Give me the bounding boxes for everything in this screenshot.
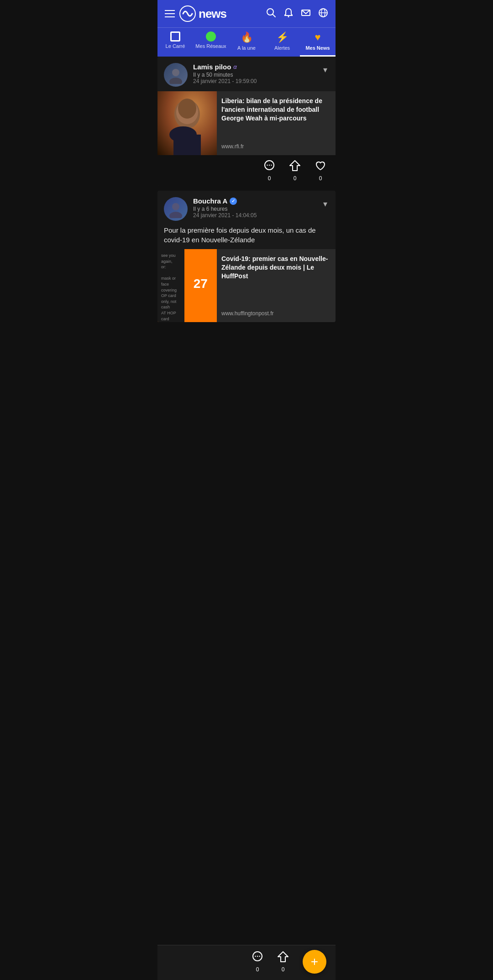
post-author: Lamis piloo α	[193, 63, 257, 71]
news-link-title: Liberia: bilan de la présidence de l'anc…	[221, 97, 331, 123]
like-count: 0	[319, 175, 322, 182]
header: news	[157, 0, 336, 27]
tab-le-carre[interactable]: Le Carré	[157, 28, 193, 57]
fire-icon: 🔥	[241, 31, 253, 43]
share-icon	[289, 160, 301, 174]
header-right	[266, 8, 328, 20]
post-date: 24 janvier 2021 - 14:04:05	[193, 212, 257, 219]
news-link-content: Covid-19: premier cas en Nouvelle-Zéland…	[217, 249, 336, 322]
post-author: Bouchra A ✓	[193, 197, 257, 205]
news-link-card[interactable]: see you again,or:mask or face coveringOP…	[157, 249, 336, 322]
tab-a-la-une[interactable]: 🔥 A la une	[229, 28, 264, 57]
heart-icon: ♥	[315, 31, 320, 43]
logo: news	[179, 5, 226, 22]
feed: Lamis piloo α Il y a 50 minutes 24 janvi…	[157, 57, 336, 363]
svg-marker-19	[290, 161, 300, 171]
svg-point-3	[288, 16, 289, 17]
like-action[interactable]: 0	[315, 160, 326, 182]
post-menu-button[interactable]: ▾	[321, 63, 329, 77]
news-link-source: www.rfi.fr	[221, 143, 331, 150]
svg-point-9	[169, 78, 182, 84]
post-meta: Bouchra A ✓ Il y a 6 heures 24 janvier 2…	[193, 197, 257, 219]
like-icon	[315, 160, 326, 174]
post-header: Bouchra A ✓ Il y a 6 heures 24 janvier 2…	[157, 191, 336, 225]
notification-icon[interactable]	[283, 8, 294, 20]
comment-icon	[263, 160, 275, 174]
svg-point-8	[172, 69, 179, 76]
svg-point-17	[269, 165, 270, 166]
news-link-image: see you again,or:mask or face coveringOP…	[157, 249, 217, 322]
george-weah-image	[157, 91, 217, 155]
avatar	[164, 197, 188, 221]
svg-point-16	[267, 165, 267, 166]
tab-mes-reseaux[interactable]: Mes Réseaux	[193, 28, 229, 57]
globe-icon[interactable]	[318, 8, 328, 20]
author-alpha-badge: α	[233, 63, 236, 70]
post-header-left: Lamis piloo α Il y a 50 minutes 24 janvi…	[164, 63, 257, 87]
post-time: Il y a 6 heures	[193, 206, 257, 212]
nz-image: see you again,or:mask or face coveringOP…	[157, 249, 217, 322]
post-menu-button[interactable]: ▾	[321, 197, 329, 211]
post-header: Lamis piloo α Il y a 50 minutes 24 janvi…	[157, 57, 336, 91]
post-text: Pour la première fois depuis deux mois, …	[157, 225, 336, 249]
svg-point-18	[271, 165, 272, 166]
news-link-content: Liberia: bilan de la présidence de l'anc…	[217, 91, 336, 155]
tab-alertes[interactable]: ⚡ Alertes	[264, 28, 300, 57]
post-actions: 0 0 0	[157, 155, 336, 186]
avatar	[164, 63, 188, 87]
post-date: 24 janvier 2021 - 19:59:00	[193, 78, 257, 84]
svg-point-20	[172, 203, 179, 210]
svg-point-12	[178, 99, 196, 119]
verified-badge: ✓	[230, 198, 237, 205]
logo-text: news	[199, 7, 226, 21]
logo-icon	[179, 5, 196, 22]
news-link-card[interactable]: Liberia: bilan de la présidence de l'anc…	[157, 91, 336, 155]
mail-icon[interactable]	[301, 8, 311, 20]
comment-action[interactable]: 0	[263, 160, 275, 182]
post-card: Lamis piloo α Il y a 50 minutes 24 janvi…	[157, 57, 336, 186]
svg-rect-14	[173, 135, 201, 155]
search-icon[interactable]	[266, 8, 276, 20]
nav-tabs: Le Carré Mes Réseaux 🔥 A la une ⚡ Alerte…	[157, 27, 336, 57]
lightning-icon: ⚡	[276, 31, 288, 43]
news-link-title: Covid-19: premier cas en Nouvelle-Zéland…	[221, 255, 331, 281]
news-link-image	[157, 91, 217, 155]
svg-line-2	[273, 14, 276, 17]
share-count: 0	[294, 175, 297, 182]
news-link-source: www.huffingtonpost.fr	[221, 310, 331, 317]
hamburger-menu-button[interactable]	[165, 10, 175, 17]
svg-point-21	[169, 212, 182, 218]
tab-mes-news[interactable]: ♥ Mes News	[300, 28, 336, 57]
share-action[interactable]: 0	[289, 160, 301, 182]
square-icon	[170, 31, 180, 42]
header-left: news	[165, 5, 226, 22]
post-header-left: Bouchra A ✓ Il y a 6 heures 24 janvier 2…	[164, 197, 257, 221]
green-dot-icon	[206, 31, 216, 42]
post-meta: Lamis piloo α Il y a 50 minutes 24 janvi…	[193, 63, 257, 84]
comment-count: 0	[268, 175, 271, 182]
post-time: Il y a 50 minutes	[193, 72, 257, 78]
post-card: Bouchra A ✓ Il y a 6 heures 24 janvier 2…	[157, 191, 336, 322]
